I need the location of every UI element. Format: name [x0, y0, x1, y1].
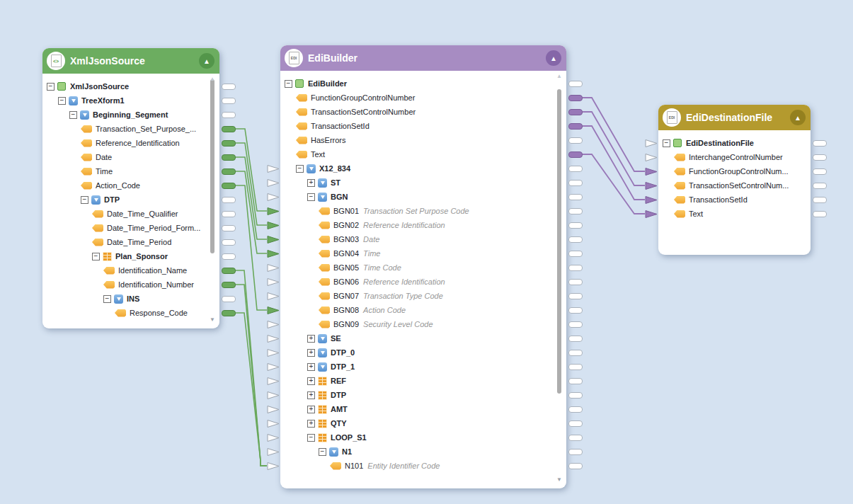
expander-plus[interactable]: + [307, 377, 315, 385]
tree-item-bgn[interactable]: −BGN [280, 190, 566, 204]
out-port-ref[interactable] [568, 378, 583, 384]
panel-edidestinationfile[interactable]: EDIEdiDestinationFile▲−EdiDestinationFil… [658, 105, 811, 255]
tree-item-dtp[interactable]: −DTP [42, 193, 219, 207]
collapse-panel-button[interactable]: ▲ [790, 110, 806, 125]
mapping-canvas[interactable]: <>XmlJsonSource▲−XmlJsonSource−TreeXform… [0, 0, 853, 504]
tree-item-qty[interactable]: +QTY [280, 416, 566, 430]
scrollbar-thumb[interactable] [210, 79, 214, 253]
panel-header-xmljsonsource[interactable]: <>XmlJsonSource▲ [42, 48, 219, 74]
in-port-loop-s1[interactable] [267, 434, 280, 442]
expander-minus[interactable]: − [285, 80, 292, 88]
out-port-identification-number[interactable] [222, 282, 236, 288]
out-port-transaction-set-purpose[interactable] [222, 126, 236, 132]
out-port-bgn06[interactable] [568, 279, 583, 285]
in-port-n101[interactable] [267, 462, 280, 470]
tree-item-se[interactable]: +SE [280, 331, 566, 345]
tree-item-reference-identification[interactable]: Reference_Identification [42, 136, 219, 150]
expander-minus[interactable]: − [663, 139, 670, 147]
out-port-time[interactable] [222, 168, 236, 175]
out-port-dtp-0[interactable] [568, 350, 583, 356]
out-port-qty[interactable] [568, 420, 583, 427]
out-port-haserrors[interactable] [568, 137, 583, 144]
tree-item-dtp-1[interactable]: +DTP_1 [280, 360, 566, 374]
expander-plus[interactable]: + [307, 363, 315, 371]
out-port-n1[interactable] [568, 449, 583, 455]
tree-item-ins[interactable]: −INS [42, 292, 219, 306]
in-port-bgn07[interactable] [267, 292, 280, 300]
tree-item-dtp-0[interactable]: +DTP_0 [280, 345, 566, 360]
tree-item-dtp[interactable]: +DTP [280, 388, 566, 402]
out-port-functiongroupcontrolnumber[interactable] [568, 95, 583, 101]
in-port-bgn09[interactable] [267, 321, 280, 328]
expander-minus[interactable]: − [319, 448, 326, 456]
in-port-amt[interactable] [267, 406, 280, 413]
tree-item-edidestinationfile[interactable]: −EdiDestinationFile [658, 136, 811, 150]
out-port-identification-name[interactable] [222, 268, 236, 274]
tree-item-bgn08[interactable]: BGN08Action Code [280, 303, 566, 317]
tree-item-amt[interactable]: +AMT [280, 402, 566, 416]
panel-header-edibuilder[interactable]: EDIEdiBuilder▲ [280, 45, 566, 71]
out-port-dtp[interactable] [222, 197, 236, 203]
out-port-response-code[interactable] [222, 310, 236, 316]
tree-item-n1[interactable]: −N1 [280, 445, 566, 459]
in-port-dtp-1[interactable] [267, 363, 280, 371]
tree-item-date-time-period-form[interactable]: Date_Time_Period_Form... [42, 221, 219, 235]
out-port-dtp[interactable] [568, 392, 583, 399]
out-port-transactionsetcontrolnum[interactable] [813, 183, 827, 189]
scroll-down-icon[interactable]: ▼ [556, 477, 562, 483]
expander-minus[interactable]: − [307, 193, 315, 201]
out-port-date[interactable] [222, 154, 236, 161]
tree-item-bgn01[interactable]: BGN01Transaction Set Purpose Code [280, 204, 566, 218]
out-port-functiongroupcontrolnum[interactable] [813, 168, 827, 175]
expander-minus[interactable]: − [81, 196, 88, 204]
out-port-bgn03[interactable] [568, 236, 583, 243]
panel-header-edidestinationfile[interactable]: EDIEdiDestinationFile▲ [658, 105, 811, 130]
tree-item-date[interactable]: Date [42, 150, 219, 164]
tree-item-bgn04[interactable]: BGN04Time [280, 246, 566, 260]
in-port-st[interactable] [267, 179, 280, 187]
out-port-bgn05[interactable] [568, 265, 583, 271]
tree-item-transaction-set-purpose[interactable]: Transaction_Set_Purpose_... [42, 122, 219, 136]
scrollbar-thumb[interactable] [557, 89, 561, 394]
tree-item-transactionsetid[interactable]: TransactionSetId [658, 193, 811, 207]
in-port-text[interactable] [645, 210, 658, 218]
out-port-plan-sponsor[interactable] [222, 253, 236, 260]
tree-item-response-code[interactable]: Response_Code [42, 306, 219, 320]
panel-xmljsonsource[interactable]: <>XmlJsonSource▲−XmlJsonSource−TreeXform… [42, 48, 219, 328]
tree-item-plan-sponsor[interactable]: −Plan_Sponsor [42, 249, 219, 263]
out-port-bgn[interactable] [568, 194, 583, 200]
tree-item-time[interactable]: Time [42, 164, 219, 178]
tree-item-transactionsetcontrolnumber[interactable]: TransactionSetControlNumber [280, 105, 566, 119]
in-port-bgn04[interactable] [267, 250, 280, 258]
tree-item-edibuilder[interactable]: −EdiBuilder [280, 76, 566, 91]
out-port-bgn08[interactable] [568, 307, 583, 314]
panel-edibuilder[interactable]: EDIEdiBuilder▲−EdiBuilderFunctionGroupCo… [280, 45, 566, 488]
out-port-date-time-period[interactable] [222, 239, 236, 246]
tree-item-haserrors[interactable]: HasErrors [280, 133, 566, 147]
out-port-n101[interactable] [568, 463, 583, 469]
out-port-bgn09[interactable] [568, 321, 583, 328]
out-port-action-code[interactable] [222, 183, 236, 189]
expander-minus[interactable]: − [296, 165, 304, 173]
tree-item-ref[interactable]: +REF [280, 374, 566, 388]
in-port-n1[interactable] [267, 448, 280, 456]
tree-item-treexform1[interactable]: −TreeXform1 [42, 93, 219, 108]
out-port-beginning-segment[interactable] [222, 112, 236, 118]
tree-item-bgn07[interactable]: BGN07Transaction Type Code [280, 289, 566, 303]
tree-item-st[interactable]: +ST [280, 176, 566, 190]
in-port-transactionsetid[interactable] [645, 196, 658, 204]
out-port-transactionsetcontrolnumber[interactable] [568, 109, 583, 115]
out-port-ins[interactable] [222, 296, 236, 302]
expander-plus[interactable]: + [307, 420, 315, 428]
out-port-x12-834[interactable] [568, 166, 583, 172]
in-port-qty[interactable] [267, 420, 280, 428]
tree-item-functiongroupcontrolnumber[interactable]: FunctionGroupControlNumber [280, 91, 566, 105]
tree-item-bgn06[interactable]: BGN06Reference Identification [280, 275, 566, 289]
tree-item-bgn03[interactable]: BGN03Date [280, 232, 566, 246]
in-port-bgn02[interactable] [267, 222, 280, 229]
out-port-bgn04[interactable] [568, 251, 583, 257]
expander-plus[interactable]: + [307, 349, 315, 357]
expander-plus[interactable]: + [307, 406, 315, 413]
out-port-transactionsetid[interactable] [813, 197, 827, 203]
out-port-loop-s1[interactable] [568, 435, 583, 441]
